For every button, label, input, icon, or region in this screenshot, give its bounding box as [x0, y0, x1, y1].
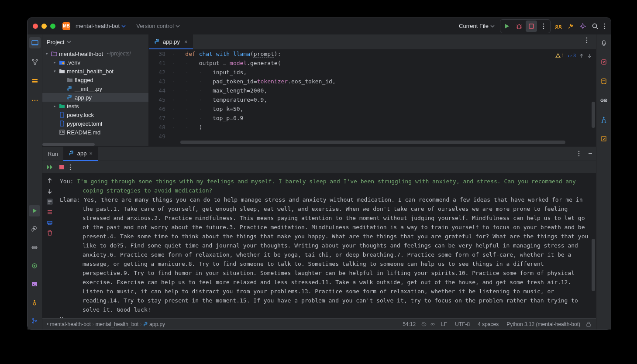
- soft-wrap-icon[interactable]: [47, 199, 53, 205]
- project-tool-icon[interactable]: [29, 37, 41, 48]
- database-tool-icon[interactable]: [598, 76, 609, 87]
- svg-point-29: [586, 40, 587, 41]
- svg-point-25: [69, 95, 69, 96]
- editor-vertical-scrollbar[interactable]: [592, 102, 595, 128]
- svg-point-23: [62, 62, 65, 65]
- stop-button[interactable]: [526, 21, 537, 32]
- chevron-down-icon: [490, 24, 495, 28]
- tree-node[interactable]: ▸.venv: [42, 58, 148, 67]
- run-config-dropdown[interactable]: Current File: [458, 22, 496, 30]
- chevron-down-icon: [121, 24, 126, 28]
- up-down-count-badge: 3: [568, 51, 576, 60]
- python-interpreter[interactable]: Python 3.12 (mental-health-bot): [504, 321, 583, 327]
- notifications-icon[interactable]: [598, 37, 609, 48]
- terminal-tool-icon[interactable]: [29, 278, 40, 290]
- stop-icon[interactable]: [59, 165, 64, 170]
- python-file-icon: [154, 38, 160, 45]
- copilot-status-icon[interactable]: [430, 321, 436, 327]
- project-name-dropdown[interactable]: mental-health-bot: [75, 22, 127, 30]
- ai-tool-icon[interactable]: [598, 56, 609, 68]
- tools-icon[interactable]: [567, 23, 574, 30]
- window-controls: [33, 24, 55, 29]
- tree-node[interactable]: ▾mental_health_bot: [42, 67, 148, 76]
- lock-icon[interactable]: [585, 321, 592, 327]
- bookmarks-tool-icon[interactable]: [29, 76, 41, 87]
- git-tool-icon[interactable]: [29, 315, 40, 326]
- close-tab-icon[interactable]: ×: [184, 38, 188, 45]
- run-panel-options[interactable]: [573, 148, 585, 159]
- run-tab-app[interactable]: app ×: [63, 146, 98, 161]
- search-icon[interactable]: [592, 23, 599, 30]
- breadcrumb[interactable]: • mental-health-bot › mental_health_bot …: [47, 321, 165, 327]
- svg-point-28: [586, 38, 587, 38]
- indent-config[interactable]: 4 spaces: [475, 321, 501, 327]
- editor-horizontal-scrollbar[interactable]: [180, 141, 590, 144]
- more-vertical-icon: [543, 23, 544, 29]
- line-number-gutter: 38414243444546474849: [149, 49, 172, 146]
- more-tool-icon[interactable]: [29, 95, 41, 106]
- svg-point-24: [69, 86, 69, 87]
- rerun-icon[interactable]: [47, 164, 54, 170]
- svg-rect-1: [529, 24, 534, 28]
- run-panel-header: Run app ×: [42, 146, 596, 161]
- close-run-tab-icon[interactable]: ×: [90, 150, 93, 157]
- svg-point-6: [582, 23, 583, 24]
- tree-node[interactable]: __init__.py: [42, 84, 148, 93]
- svg-point-7: [582, 28, 583, 29]
- copilot-tool-icon[interactable]: [598, 95, 609, 106]
- tree-horizontal-scrollbar[interactable]: [42, 143, 148, 146]
- play-icon: [504, 23, 510, 29]
- tree-node[interactable]: README.md: [42, 128, 148, 137]
- endpoints-tool-icon[interactable]: [598, 114, 609, 125]
- close-window-icon[interactable]: [33, 24, 38, 29]
- arrow-up-icon[interactable]: [579, 54, 584, 58]
- code-with-me-icon[interactable]: [555, 23, 562, 30]
- arrow-down-icon[interactable]: [587, 54, 592, 58]
- editor-tabs-more[interactable]: [581, 34, 592, 46]
- run-panel-label[interactable]: Run: [42, 146, 63, 161]
- inspection-widget[interactable]: 1 3: [555, 51, 592, 60]
- project-panel-header[interactable]: Project: [42, 34, 148, 49]
- tree-node[interactable]: poetry.lock: [42, 110, 148, 119]
- svg-point-9: [585, 26, 586, 27]
- svg-rect-44: [602, 60, 606, 64]
- structure-tool-icon[interactable]: [29, 56, 41, 68]
- settings-more-icon[interactable]: [604, 23, 606, 29]
- python-packages-icon[interactable]: [29, 223, 40, 235]
- tree-node[interactable]: pyproject.toml: [42, 119, 148, 128]
- coverage-tool-icon[interactable]: [598, 133, 609, 144]
- tree-node[interactable]: flagged: [42, 76, 148, 84]
- console-output[interactable]: You: I'm going through some things with …: [57, 173, 596, 318]
- more-run-options[interactable]: [538, 21, 549, 32]
- more-vertical-icon[interactable]: [69, 164, 71, 170]
- tree-node[interactable]: ▸tests: [42, 102, 148, 110]
- debug-button[interactable]: [513, 21, 525, 32]
- editor-tab-app[interactable]: app.py ×: [149, 34, 193, 49]
- readonly-icon[interactable]: [421, 321, 427, 327]
- console-vertical-scrollbar[interactable]: [592, 239, 595, 291]
- scroll-to-end-icon[interactable]: [47, 209, 53, 215]
- problems-tool-icon[interactable]: [29, 297, 40, 308]
- file-encoding[interactable]: UTF-8: [452, 321, 472, 327]
- print-icon[interactable]: [47, 220, 53, 226]
- python-console-icon[interactable]: [29, 260, 40, 271]
- services-tool-icon[interactable]: [29, 242, 40, 253]
- svg-point-3: [543, 25, 544, 26]
- version-control-dropdown[interactable]: Version control: [135, 22, 181, 30]
- run-button[interactable]: [501, 21, 513, 32]
- scroll-down-icon[interactable]: [47, 188, 53, 194]
- minimize-panel-button[interactable]: [585, 148, 596, 159]
- maximize-window-icon[interactable]: [50, 24, 55, 29]
- svg-point-56: [33, 319, 34, 320]
- tree-node-root[interactable]: ▾mental-health-bot~/projects/: [42, 49, 148, 58]
- code-editor[interactable]: 38414243444546474849 · def chat_with_lla…: [149, 49, 596, 146]
- project-tree[interactable]: ▾mental-health-bot~/projects/▸.venv▾ment…: [42, 49, 148, 146]
- minimize-window-icon[interactable]: [41, 24, 47, 29]
- scroll-up-icon[interactable]: [47, 178, 53, 184]
- tree-node[interactable]: app.py: [42, 93, 148, 102]
- line-separator[interactable]: LF: [438, 321, 450, 327]
- run-tool-icon[interactable]: [29, 205, 40, 216]
- ai-assistant-icon[interactable]: [579, 23, 586, 30]
- caret-position[interactable]: 54:12: [400, 321, 418, 327]
- clear-all-icon[interactable]: [47, 230, 53, 236]
